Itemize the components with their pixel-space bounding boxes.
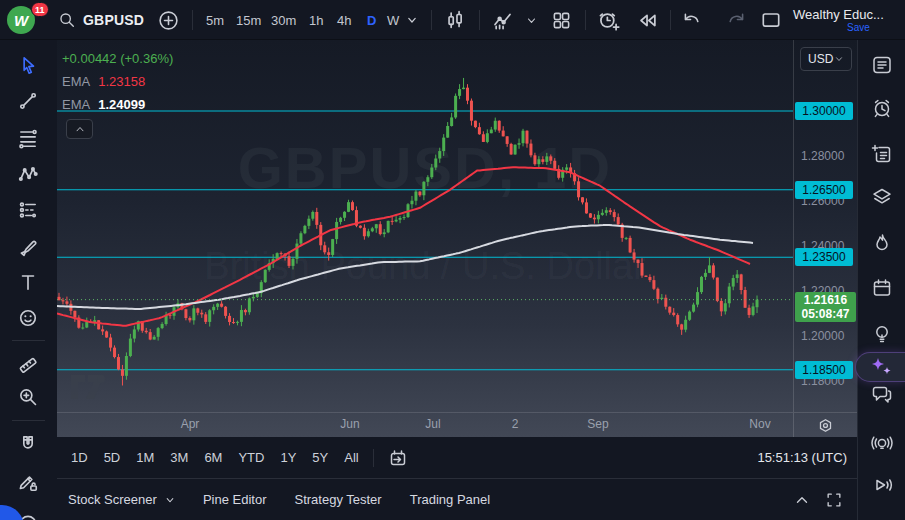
brush-tool-button[interactable]	[17, 235, 39, 257]
magnet-icon	[17, 433, 39, 455]
timeframe-4h[interactable]: 4h	[337, 0, 351, 40]
account-menu[interactable]: Wealthy Educ... Save	[793, 0, 884, 40]
trend-line-tool-button[interactable]	[17, 90, 39, 112]
top-toolbar: W 11 GBPUSD 5m 15m 30m 1h 4h D W	[0, 0, 905, 40]
layers-icon	[870, 185, 894, 209]
measure-tool-button[interactable]	[17, 352, 39, 374]
calendar-button[interactable]	[870, 276, 894, 300]
lock-drawings-button[interactable]	[17, 471, 39, 493]
redo-button[interactable]	[726, 0, 747, 40]
streams-button[interactable]	[870, 473, 894, 497]
tab-strategy-tester[interactable]: Strategy Tester	[294, 492, 381, 507]
range-all[interactable]: All	[336, 446, 366, 470]
alerts-button[interactable]	[870, 96, 894, 120]
notes-button[interactable]	[870, 142, 894, 166]
compare-add-button[interactable]	[158, 0, 179, 40]
alarm-plus-icon	[597, 9, 620, 32]
chat-button[interactable]	[870, 382, 894, 406]
tab-stock-screener[interactable]: Stock Screener	[68, 492, 177, 507]
text-tool-button[interactable]	[17, 271, 39, 293]
utc-clock[interactable]: 15:51:13 (UTC)	[757, 450, 847, 465]
range-5d[interactable]: 5D	[96, 446, 129, 470]
range-ytd[interactable]: YTD	[230, 446, 272, 470]
range-1y[interactable]: 1Y	[272, 446, 304, 470]
chevron-up-icon	[74, 123, 86, 135]
tab-label: Strategy Tester	[294, 492, 381, 507]
timeframe-1h[interactable]: 1h	[309, 0, 323, 40]
chart-style-button[interactable]	[444, 0, 466, 40]
separator	[479, 10, 480, 30]
cursor-tool-button[interactable]	[17, 54, 39, 76]
object-tree-button[interactable]	[870, 185, 894, 209]
bottom-range-toolbar: 1D 5D 1M 3M 6M YTD 1Y 5Y All 15:51:13 (U…	[57, 437, 857, 478]
cursor-icon	[17, 54, 39, 76]
idea-streams-button[interactable]	[870, 431, 894, 455]
price-change-label: +0.00442 (+0.36%)	[62, 47, 173, 70]
projection-tool-button[interactable]	[17, 199, 39, 221]
right-sidebar	[857, 40, 905, 520]
panel-expand-button[interactable]	[793, 491, 811, 509]
magnet-mode-button[interactable]	[17, 433, 39, 455]
range-1m[interactable]: 1M	[128, 446, 162, 470]
account-logo[interactable]: W 11	[7, 0, 35, 40]
toolbar-divider	[12, 340, 45, 341]
emoji-tool-button[interactable]	[17, 307, 39, 329]
layout-grid-button[interactable]	[551, 0, 572, 40]
time-tick: Apr	[181, 417, 200, 431]
chart-pane: GBPUSD, 1D British Pound / U.S. Dollar +…	[57, 40, 857, 437]
play-waves-icon	[870, 473, 894, 497]
undo-icon	[681, 10, 702, 31]
go-to-date-button[interactable]	[380, 446, 416, 470]
open-window-button[interactable]	[760, 0, 782, 40]
chart-legend: +0.00442 (+0.36%) EMA 1.23158 EMA 1.2409…	[62, 47, 173, 116]
level-price-label: 1.18500	[795, 361, 853, 379]
indicators-icon	[491, 9, 514, 32]
time-tick: Jun	[340, 417, 359, 431]
bulb-waves-icon	[870, 431, 894, 455]
tab-trading-panel[interactable]: Trading Panel	[410, 492, 490, 507]
indicators-button[interactable]	[491, 0, 514, 40]
price-axis[interactable]: USD 1.28000 1.26000 1.24000 1.22000 1.20…	[793, 40, 857, 412]
legend-collapse-button[interactable]	[66, 119, 93, 139]
watchlist-icon	[870, 53, 894, 77]
emoji-icon	[17, 307, 39, 329]
ema-fast-legend[interactable]: EMA 1.23158	[62, 70, 173, 93]
ema-slow-legend[interactable]: EMA 1.24099	[62, 93, 173, 116]
chat-bubble-icon	[870, 382, 894, 406]
undo-button[interactable]	[681, 0, 702, 40]
flame-icon	[870, 231, 894, 255]
create-alert-button[interactable]	[597, 0, 620, 40]
range-6m[interactable]: 6M	[196, 446, 230, 470]
go-to-date-icon	[388, 448, 408, 468]
xabcd-pattern-tool-button[interactable]	[17, 163, 39, 185]
tab-label: Stock Screener	[68, 492, 157, 507]
tab-pine-editor[interactable]: Pine Editor	[203, 492, 267, 507]
fullscreen-button[interactable]	[825, 491, 843, 509]
zoom-in-tool-button[interactable]	[17, 386, 39, 408]
bar-replay-button[interactable]	[636, 0, 659, 40]
timeframe-1w[interactable]: W	[387, 0, 399, 40]
range-5y[interactable]: 5Y	[304, 446, 336, 470]
fib-retracement-tool-button[interactable]	[17, 127, 39, 149]
timeframe-1d-active[interactable]: D	[367, 0, 376, 40]
hotlists-button[interactable]	[870, 231, 894, 255]
range-1d[interactable]: 1D	[63, 446, 96, 470]
account-name: Wealthy Educ...	[793, 8, 884, 22]
tradingview-logo-watermark[interactable]	[70, 374, 112, 404]
projection-icon	[17, 199, 39, 221]
indicators-menu-button[interactable]	[524, 0, 539, 40]
timeframe-5m[interactable]: 5m	[206, 0, 224, 40]
currency-dropdown[interactable]: USD	[800, 47, 852, 71]
timeframe-15m[interactable]: 15m	[236, 0, 261, 40]
symbol-search[interactable]: GBPUSD	[58, 0, 144, 40]
ema-fast-value: 1.23158	[98, 74, 145, 89]
save-link[interactable]: Save	[847, 22, 870, 33]
timeframe-30m[interactable]: 30m	[271, 0, 296, 40]
ideas-button[interactable]	[870, 322, 894, 346]
range-3m[interactable]: 3M	[162, 446, 196, 470]
watchlist-button[interactable]	[870, 53, 894, 77]
time-axis[interactable]: Apr Jun Jul 2 Sep Nov	[57, 412, 793, 437]
chart-settings-corner[interactable]	[793, 412, 857, 437]
ai-assistant-button[interactable]	[855, 352, 905, 382]
timeframe-menu-button[interactable]	[404, 0, 420, 40]
